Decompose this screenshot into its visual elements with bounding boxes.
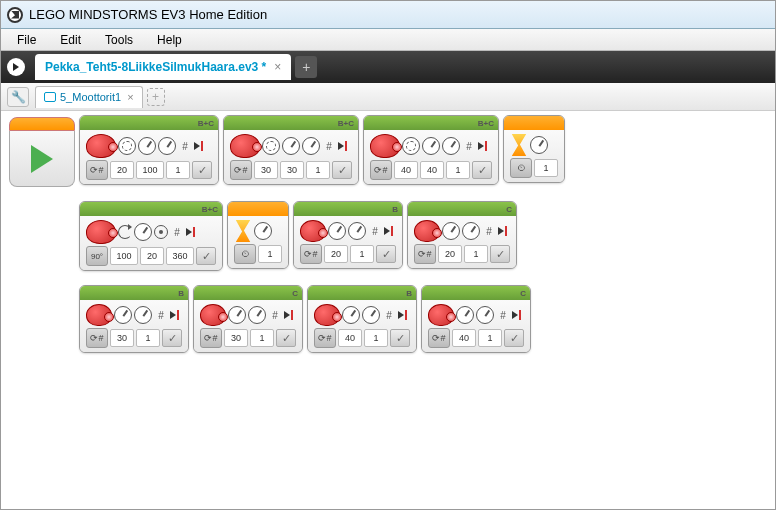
program-canvas[interactable]: B+C # ⟳#201001✓ B+C # ⟳#30301✓ B+C # ⟳#4… <box>1 111 775 510</box>
motor-icon <box>314 304 340 326</box>
mode-selector[interactable]: ⟳# <box>86 160 108 180</box>
brake-icon <box>338 141 350 151</box>
close-icon[interactable]: × <box>127 91 133 103</box>
brake-icon <box>384 226 396 236</box>
value-field[interactable]: 20 <box>324 245 348 263</box>
move-steering-block[interactable]: B+C # ⟳#201001✓ <box>79 115 219 185</box>
move-steering-block[interactable]: B+C # ⟳#30301✓ <box>223 115 359 185</box>
hash-icon: # <box>268 308 282 322</box>
large-motor-block[interactable]: B # ⟳#401✓ <box>307 285 417 353</box>
large-motor-block[interactable]: C # ⟳#301✓ <box>193 285 303 353</box>
large-motor-block[interactable]: C # ⟳#401✓ <box>421 285 531 353</box>
move-tank-block[interactable]: B+C # 90°10020360✓ <box>79 201 223 271</box>
wrench-icon[interactable]: 🔧 <box>7 87 29 107</box>
hash-icon: # <box>154 308 168 322</box>
value-field[interactable]: 40 <box>452 329 476 347</box>
brake-toggle[interactable]: ✓ <box>472 161 492 179</box>
mode-selector[interactable]: ⏲ <box>234 244 256 264</box>
value-field[interactable]: 1 <box>446 161 470 179</box>
value-field[interactable]: 1 <box>478 329 502 347</box>
value-field[interactable]: 20 <box>110 161 134 179</box>
motor-icon <box>200 304 226 326</box>
menu-edit[interactable]: Edit <box>48 30 93 50</box>
steering-dial-icon <box>118 137 136 155</box>
value-field[interactable]: 40 <box>420 161 444 179</box>
value-field[interactable]: 40 <box>338 329 362 347</box>
wait-block[interactable]: ⏲1 <box>227 201 289 269</box>
value-field[interactable]: 1 <box>166 161 190 179</box>
menu-tools[interactable]: Tools <box>93 30 145 50</box>
start-block[interactable] <box>9 117 75 187</box>
mode-selector[interactable]: ⟳# <box>230 160 252 180</box>
power-dial-icon <box>456 306 474 324</box>
motor-icon <box>370 134 400 158</box>
value-field[interactable]: 360 <box>166 247 194 265</box>
brake-toggle[interactable]: ✓ <box>162 329 182 347</box>
degrees-icon <box>154 225 168 239</box>
add-project-button[interactable]: + <box>295 56 317 78</box>
value-field[interactable]: 40 <box>394 161 418 179</box>
brake-toggle[interactable]: ✓ <box>504 329 524 347</box>
motor-icon <box>86 134 116 158</box>
brake-icon <box>284 310 296 320</box>
value-field[interactable]: 30 <box>224 329 248 347</box>
value-field[interactable]: 30 <box>280 161 304 179</box>
play-icon <box>31 145 53 173</box>
move-steering-block[interactable]: B+C # ⟳#40401✓ <box>363 115 499 185</box>
program-tab[interactable]: 5_Moottorit1 × <box>35 86 143 108</box>
power-dial-icon <box>114 306 132 324</box>
value-field[interactable]: 30 <box>254 161 278 179</box>
value-field[interactable]: 100 <box>110 247 138 265</box>
brake-toggle[interactable]: ✓ <box>376 245 396 263</box>
motor-icon <box>230 134 260 158</box>
port-label: B+C <box>198 119 214 128</box>
mode-selector[interactable]: ⟳# <box>370 160 392 180</box>
hash-icon: # <box>382 308 396 322</box>
mode-selector[interactable]: ⟳# <box>86 328 108 348</box>
mode-selector[interactable]: ⟳# <box>414 244 436 264</box>
project-tab[interactable]: Pekka_Teht5-8LiikkeSilmukHaara.ev3 * × <box>35 54 291 80</box>
value-field[interactable]: 1 <box>534 159 558 177</box>
port-label: B <box>406 289 412 298</box>
large-motor-block[interactable]: B # ⟳#301✓ <box>79 285 189 353</box>
large-motor-block[interactable]: B # ⟳#201✓ <box>293 201 403 269</box>
large-motor-block[interactable]: C # ⟳#201✓ <box>407 201 517 269</box>
value-field[interactable]: 1 <box>250 329 274 347</box>
mode-selector[interactable]: ⟳# <box>314 328 336 348</box>
wait-block[interactable]: ⏲1 <box>503 115 565 183</box>
mode-selector[interactable]: ⟳# <box>300 244 322 264</box>
time-dial-icon <box>530 136 548 154</box>
value-field[interactable]: 1 <box>306 161 330 179</box>
mode-selector[interactable]: ⏲ <box>510 158 532 178</box>
add-program-button[interactable]: + <box>147 88 165 106</box>
menu-help[interactable]: Help <box>145 30 194 50</box>
brake-toggle[interactable]: ✓ <box>196 247 216 265</box>
mode-selector[interactable]: ⟳# <box>428 328 450 348</box>
value-field[interactable]: 30 <box>110 329 134 347</box>
brake-icon <box>478 141 490 151</box>
mode-selector[interactable]: 90° <box>86 246 108 266</box>
value-field[interactable]: 1 <box>258 245 282 263</box>
close-icon[interactable]: × <box>274 60 281 74</box>
brake-icon <box>194 141 206 151</box>
home-icon[interactable] <box>7 58 25 76</box>
hash-icon: # <box>322 139 336 153</box>
value-field[interactable]: 100 <box>136 161 164 179</box>
value-field[interactable]: 1 <box>136 329 160 347</box>
brake-toggle[interactable]: ✓ <box>276 329 296 347</box>
port-label: C <box>520 289 526 298</box>
value-field[interactable]: 1 <box>464 245 488 263</box>
value-field[interactable]: 20 <box>438 245 462 263</box>
brake-toggle[interactable]: ✓ <box>490 245 510 263</box>
value-field[interactable]: 1 <box>350 245 374 263</box>
menu-file[interactable]: File <box>5 30 48 50</box>
brake-toggle[interactable]: ✓ <box>390 329 410 347</box>
block-row: B # ⟳#301✓ C # ⟳#301✓ B # ⟳#401✓ C # ⟳#4… <box>79 285 767 353</box>
power-dial-icon <box>422 137 440 155</box>
brake-icon <box>498 226 510 236</box>
value-field[interactable]: 20 <box>140 247 164 265</box>
brake-toggle[interactable]: ✓ <box>192 161 212 179</box>
mode-selector[interactable]: ⟳# <box>200 328 222 348</box>
value-field[interactable]: 1 <box>364 329 388 347</box>
brake-toggle[interactable]: ✓ <box>332 161 352 179</box>
